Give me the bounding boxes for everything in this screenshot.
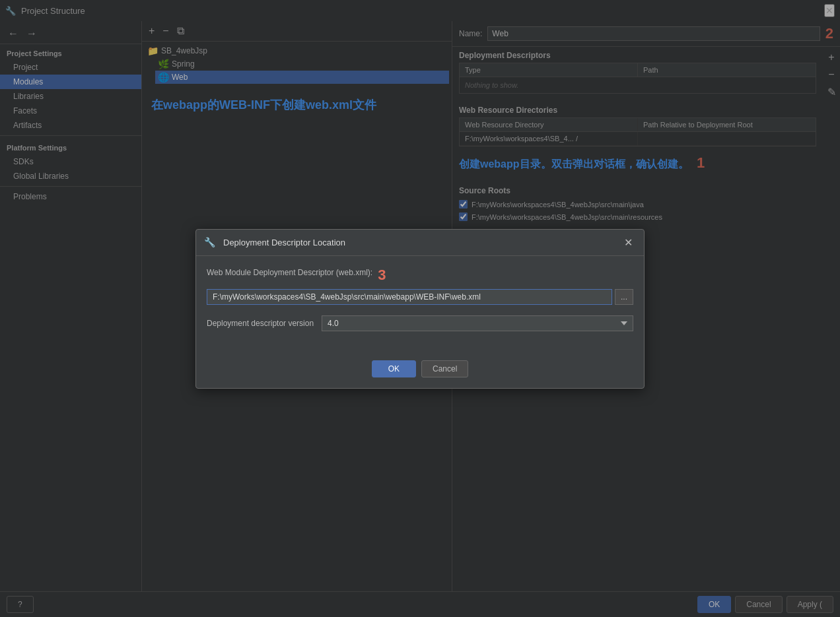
modal-close-button[interactable]: ✕ <box>621 235 636 250</box>
browse-button[interactable]: ... <box>615 289 633 305</box>
version-label: Deployment descriptor version <box>207 319 314 328</box>
modal-version-row: Deployment descriptor version 2.3 2.4 2.… <box>207 315 633 331</box>
modal-dialog: 🔧 Deployment Descriptor Location ✕ Web M… <box>195 229 645 389</box>
modal-overlay: 🔧 Deployment Descriptor Location ✕ Web M… <box>0 0 840 617</box>
version-select[interactable]: 2.3 2.4 2.5 3.0 3.1 4.0 <box>322 315 633 331</box>
modal-input-row: ... <box>207 289 633 305</box>
modal-title-bar: 🔧 Deployment Descriptor Location ✕ <box>196 230 644 256</box>
modal-icon: 🔧 <box>204 237 215 247</box>
modal-cancel-button[interactable]: Cancel <box>421 360 468 377</box>
modal-body: Web Module Deployment Descriptor (web.xm… <box>196 256 644 355</box>
step3-label: 3 <box>378 267 386 284</box>
modal-ok-button[interactable]: OK <box>372 360 416 377</box>
descriptor-path-input[interactable] <box>207 289 612 305</box>
modal-title: Deployment Descriptor Location <box>223 238 615 247</box>
modal-footer: OK Cancel <box>196 355 644 388</box>
descriptor-label: Web Module Deployment Descriptor (web.xm… <box>207 268 372 277</box>
